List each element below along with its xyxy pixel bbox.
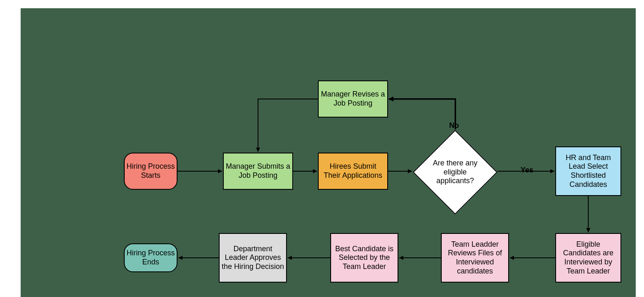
process-hirees-submit: Hirees Submit Their Applications — [318, 153, 388, 190]
edge-label-no: No — [449, 121, 459, 130]
process-review-files: Team Leadder Reviews Files of Interviewe… — [441, 233, 509, 283]
process-label: Manager Submits a Job Posting — [225, 162, 291, 180]
end-terminator: Hiring Process Ends — [124, 243, 178, 272]
process-label: Team Leadder Reviews Files of Interviewe… — [443, 240, 507, 276]
flowchart-canvas: Hiring Process Starts Manager Submits a … — [0, 0, 644, 297]
edge-label-yes: Yes — [521, 166, 533, 174]
process-approve: Department Leader Approves the Hiring De… — [219, 233, 287, 283]
process-label: Department Leader Approves the Hiring De… — [221, 245, 284, 271]
start-terminator: Hiring Process Starts — [124, 153, 178, 190]
start-label: Hiring Process Starts — [126, 162, 175, 180]
process-interview: Eligible Candidates are Interviewed by T… — [555, 233, 621, 283]
process-label: Hirees Submit Their Applications — [320, 162, 386, 180]
process-revise-posting: Manager Revises a Job Posting — [318, 80, 388, 118]
process-label: Best Candidate is Selected by the Team L… — [333, 245, 396, 271]
process-submit-posting: Manager Submits a Job Posting — [223, 153, 293, 190]
process-label: Manager Revises a Job Posting — [320, 90, 386, 108]
end-label: Hiring Process Ends — [126, 249, 175, 266]
process-label: HR and Team Lead Select Shortlisted Cand… — [558, 153, 619, 189]
decision-label: Are there any eligible applicants? — [426, 159, 484, 186]
process-select-best: Best Candidate is Selected by the Team L… — [330, 233, 398, 283]
process-shortlist: HR and Team Lead Select Shortlisted Cand… — [555, 146, 621, 196]
process-label: Eligible Candidates are Interviewed by T… — [558, 240, 619, 276]
